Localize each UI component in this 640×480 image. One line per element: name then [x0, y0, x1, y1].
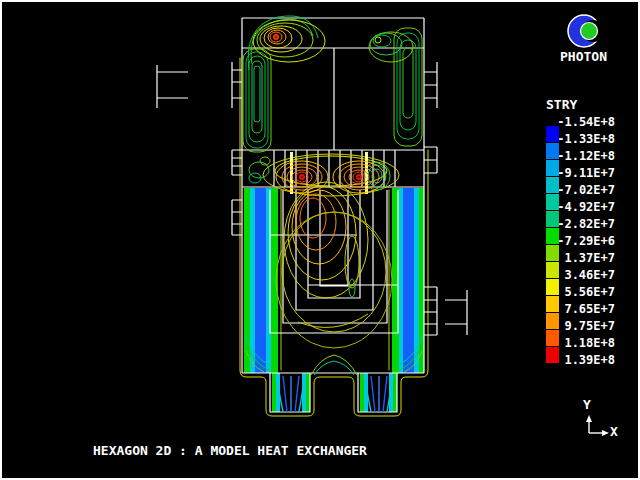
legend-variable-label: STRY [546, 97, 577, 112]
legend-swatch [546, 160, 559, 176]
legend-swatch [546, 126, 559, 142]
legend-value: 1.37E+7 [551, 250, 615, 266]
legend-value: -1.33E+8 [551, 131, 615, 147]
legend-value: 1.39E+8 [551, 352, 615, 368]
legend-value: -7.29E+6 [551, 233, 615, 249]
legend-value: -7.02E+7 [551, 182, 615, 198]
legend-swatch [546, 211, 559, 227]
legend-swatch [546, 347, 559, 363]
legend-value: -9.11E+7 [551, 165, 615, 181]
app-name-label: PHOTON [560, 49, 607, 64]
legend-value: -1.54E+8 [551, 114, 615, 130]
legend-swatch [546, 330, 559, 346]
legend-swatch [546, 262, 559, 278]
legend-value: -1.12E+8 [551, 148, 615, 164]
legend-swatch [546, 279, 559, 295]
legend-value: 1.18E+8 [551, 335, 615, 351]
x-axis-label: X [610, 424, 618, 439]
photon-window: PHOTON STRY -1.54E+8-1.33E+8-1.12E+8-9.1… [0, 0, 640, 480]
legend-value: 7.65E+7 [551, 301, 615, 317]
legend-swatch [546, 313, 559, 329]
legend-swatch [546, 143, 559, 159]
legend-value: -4.92E+7 [551, 199, 615, 215]
plot-canvas[interactable] [0, 0, 640, 480]
legend-swatch [546, 228, 559, 244]
plot-title: HEXAGON 2D : A MODEL HEAT EXCHANGER [93, 443, 367, 458]
legend-swatch [546, 194, 559, 210]
y-axis-label: Y [583, 397, 591, 412]
legend-value: 5.56E+7 [551, 284, 615, 300]
legend-value: 3.46E+7 [551, 267, 615, 283]
legend-swatch [546, 245, 559, 261]
legend-value: 9.75E+7 [551, 318, 615, 334]
legend-swatch [546, 296, 559, 312]
outlet-legs [270, 373, 397, 412]
legend-value: -2.82E+7 [551, 216, 615, 232]
legend-swatch [546, 177, 559, 193]
photon-logo-icon [568, 15, 604, 47]
axis-indicator [586, 415, 609, 436]
